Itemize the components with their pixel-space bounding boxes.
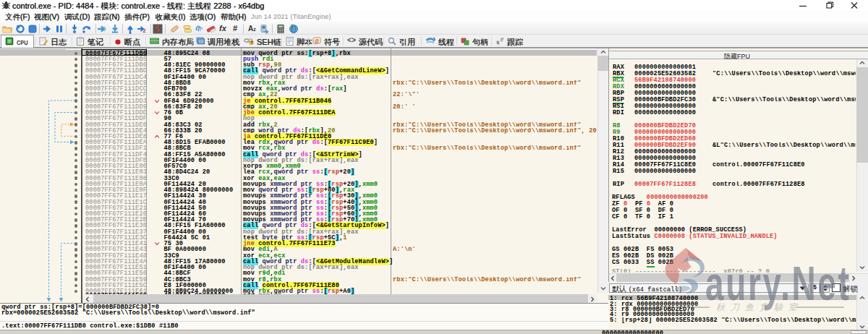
svg-text:@: @	[315, 38, 319, 43]
svg-text:7: 7	[502, 37, 504, 40]
svg-text:2: 2	[143, 28, 146, 33]
svg-text:?: ?	[251, 41, 253, 45]
